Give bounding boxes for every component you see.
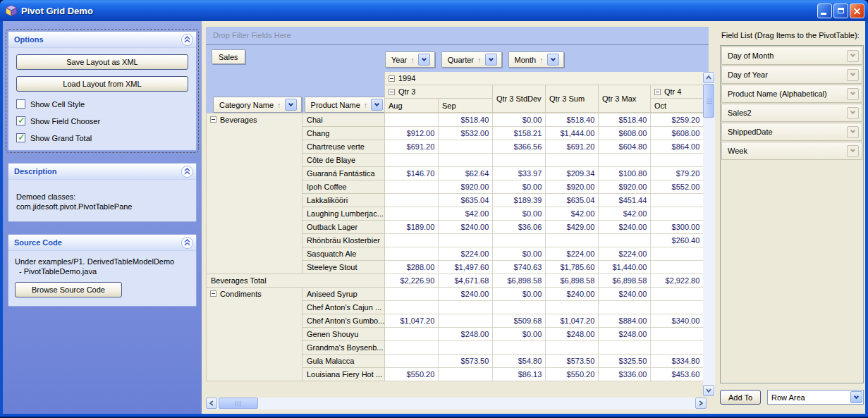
- product-cell[interactable]: Aniseed Syrup: [302, 288, 385, 301]
- value-cell[interactable]: $224.00: [439, 247, 493, 261]
- collapse-icon[interactable]: [654, 89, 661, 95]
- vertical-scrollbar[interactable]: [703, 72, 715, 396]
- value-cell[interactable]: $209.34: [546, 167, 599, 180]
- product-cell[interactable]: Rhönbräu Klosterbier: [302, 234, 385, 247]
- value-cell[interactable]: [439, 341, 493, 355]
- scroll-left-button[interactable]: [206, 398, 217, 409]
- titlebar[interactable]: Pivot Grid Demo: [0, 0, 868, 21]
- show-grand-total-checkbox[interactable]: [16, 133, 25, 142]
- value-cell[interactable]: $518.40: [599, 113, 651, 127]
- value-cell[interactable]: $42.00: [546, 207, 599, 221]
- value-cell[interactable]: [546, 154, 599, 167]
- value-cell[interactable]: $260.40: [651, 234, 704, 247]
- scroll-down-button[interactable]: [703, 385, 714, 396]
- collapse-icon[interactable]: [210, 290, 216, 297]
- close-button[interactable]: [850, 4, 864, 18]
- value-cell[interactable]: [651, 328, 704, 341]
- product-cell[interactable]: Chai: [302, 113, 385, 127]
- maximize-button[interactable]: [833, 4, 848, 18]
- value-cell[interactable]: $325.50: [599, 355, 651, 368]
- value-cell[interactable]: $864.00: [651, 140, 704, 154]
- collapse-panel-button[interactable]: [181, 34, 193, 46]
- value-cell[interactable]: $608.00: [599, 127, 651, 140]
- value-cell[interactable]: [385, 288, 439, 301]
- product-cell[interactable]: Chef Anton's Cajun ...: [302, 301, 385, 314]
- field-list-item-sales2[interactable]: Sales2: [721, 104, 862, 122]
- value-cell[interactable]: $1,047.20: [546, 314, 599, 328]
- value-cell[interactable]: $240.00: [599, 288, 651, 301]
- column-header-aug[interactable]: Aug: [385, 99, 439, 113]
- vertical-scroll-thumb[interactable]: [703, 84, 714, 118]
- value-cell[interactable]: $36.06: [493, 221, 546, 234]
- value-cell[interactable]: $240.00: [546, 288, 599, 301]
- value-cell[interactable]: $884.00: [599, 314, 651, 328]
- minimize-button[interactable]: [817, 4, 832, 18]
- value-cell[interactable]: [493, 234, 546, 247]
- value-cell[interactable]: $189.39: [493, 194, 546, 207]
- product-cell[interactable]: Grandma's Boysenb...: [302, 341, 385, 355]
- value-cell[interactable]: $0.00: [493, 328, 546, 341]
- product-cell[interactable]: Sasquatch Ale: [302, 247, 385, 261]
- value-cell[interactable]: $1,785.60: [546, 261, 599, 274]
- value-cell[interactable]: [439, 154, 493, 167]
- description-panel-header[interactable]: Description: [8, 164, 196, 180]
- value-cell[interactable]: [651, 207, 704, 221]
- value-cell[interactable]: $691.20: [385, 140, 439, 154]
- value-cell[interactable]: $146.70: [385, 167, 439, 180]
- value-cell[interactable]: $240.00: [599, 221, 651, 234]
- value-cell[interactable]: $552.00: [651, 180, 704, 194]
- field-dropdown-button[interactable]: [485, 54, 497, 66]
- value-cell[interactable]: $42.00: [599, 207, 651, 221]
- value-cell[interactable]: [651, 154, 704, 167]
- pivot-field-category-name[interactable]: Category Name↑: [213, 97, 302, 113]
- total-label-cell[interactable]: Beverages Total: [207, 274, 385, 288]
- scroll-right-button[interactable]: [695, 398, 707, 409]
- value-cell[interactable]: $2,226.90: [385, 274, 439, 288]
- browse-source-button[interactable]: Browse Source Code: [15, 282, 122, 297]
- value-cell[interactable]: $635.04: [546, 194, 599, 207]
- value-cell[interactable]: $920.00: [546, 180, 599, 194]
- filter-drop-zone[interactable]: Drop Filter Fields Here: [206, 27, 709, 45]
- collapse-panel-button[interactable]: [181, 166, 193, 178]
- value-cell[interactable]: $42.00: [439, 207, 493, 221]
- value-cell[interactable]: [651, 194, 704, 207]
- value-cell[interactable]: $518.40: [439, 113, 493, 127]
- value-cell[interactable]: [385, 194, 439, 207]
- field-list-item-product-name-alphabetical[interactable]: Product Name (Alphabetical): [721, 85, 862, 103]
- product-cell[interactable]: Chang: [302, 127, 385, 140]
- field-list-item-day-of-year[interactable]: Day of Year: [721, 66, 862, 84]
- value-cell[interactable]: $550.20: [546, 368, 599, 381]
- value-cell[interactable]: $248.00: [439, 328, 493, 341]
- combobox-dropdown-button[interactable]: [850, 391, 862, 403]
- value-cell[interactable]: [439, 140, 493, 154]
- value-cell[interactable]: $604.80: [599, 140, 651, 154]
- value-cell[interactable]: $0.00: [493, 180, 546, 194]
- value-cell[interactable]: $608.00: [651, 127, 704, 140]
- value-cell[interactable]: $86.13: [493, 368, 546, 381]
- field-dropdown-button[interactable]: [285, 99, 297, 111]
- product-cell[interactable]: Lakkalikööri: [302, 194, 385, 207]
- category-cell-condiments[interactable]: Condiments: [207, 288, 302, 381]
- value-cell[interactable]: [651, 261, 704, 274]
- value-cell[interactable]: $224.00: [546, 247, 599, 261]
- value-cell[interactable]: $4,671.68: [439, 274, 493, 288]
- product-cell[interactable]: Laughing Lumberjac...: [302, 207, 385, 221]
- value-cell[interactable]: $54.80: [493, 355, 546, 368]
- value-cell[interactable]: [651, 301, 704, 314]
- value-cell[interactable]: $100.80: [599, 167, 651, 180]
- field-list-item-shippeddate[interactable]: ShippedDate: [721, 123, 862, 141]
- value-cell[interactable]: $451.44: [599, 194, 651, 207]
- value-cell[interactable]: [599, 341, 651, 355]
- value-cell[interactable]: $158.21: [493, 127, 546, 140]
- field-list-item-week[interactable]: Week: [721, 142, 862, 160]
- value-cell[interactable]: $336.00: [599, 368, 651, 381]
- value-cell[interactable]: $550.20: [385, 368, 439, 381]
- options-panel-header[interactable]: Options: [8, 32, 196, 48]
- pivot-field-quarter[interactable]: Quarter↑: [441, 51, 502, 68]
- value-cell[interactable]: $2,922.80: [651, 274, 704, 288]
- product-cell[interactable]: Chef Anton's Gumbo...: [302, 314, 385, 328]
- product-cell[interactable]: Ipoh Coffee: [302, 180, 385, 194]
- value-cell[interactable]: $366.56: [493, 140, 546, 154]
- column-header-qtr-3-sum[interactable]: Qtr 3 Sum: [546, 85, 599, 113]
- value-cell[interactable]: $6,898.58: [599, 274, 651, 288]
